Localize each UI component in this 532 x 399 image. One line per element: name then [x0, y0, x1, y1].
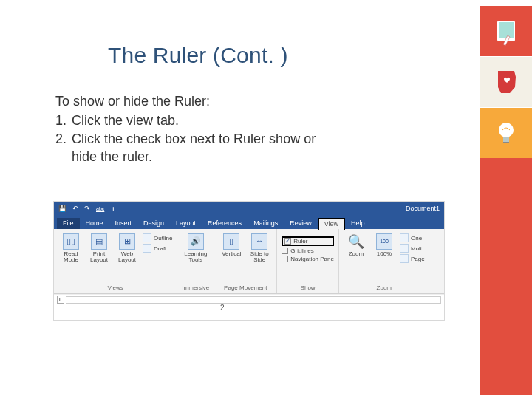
tablet-touch-icon [491, 16, 521, 46]
read-mode-button[interactable]: ▯▯Read Mode [58, 232, 83, 265]
step-2-text-a: Click the check box next to Ruler show o… [72, 132, 316, 146]
multi-page-icon [400, 244, 409, 253]
group-immersive-label: Immersive [182, 284, 209, 293]
step-1-text: Click the view tab. [72, 113, 179, 128]
svg-rect-4 [503, 137, 509, 142]
step-2: 2.Click the check box next to Ruler show… [55, 130, 440, 148]
tab-insert[interactable]: Insert [109, 218, 138, 229]
red-sidebar-strip [480, 158, 532, 395]
one-page-icon [400, 233, 409, 242]
spellcheck-icon[interactable]: abc [96, 206, 104, 211]
document-name: Document1 [406, 205, 440, 212]
gridlines-label: Gridlines [290, 248, 314, 254]
lightbulb-icon [491, 117, 522, 149]
zoom-icon: 🔍 [348, 233, 364, 250]
web-layout-button[interactable]: ⊞Web Layout [115, 232, 140, 265]
hundred-percent-label: 100% [377, 251, 392, 257]
navigation-pane-checkbox-row[interactable]: Navigation Pane [282, 256, 334, 262]
ribbon-body: ▯▯Read Mode ▤Print Layout ⊞Web Layout Ou… [54, 229, 444, 294]
step-2-cont: hide the ruler. [55, 148, 440, 166]
undo-icon[interactable]: ↶ [72, 205, 78, 212]
page-width-label: Page [411, 256, 425, 262]
draft-button[interactable]: Draft [143, 244, 172, 253]
tab-view[interactable]: View [318, 218, 345, 230]
draft-label: Draft [154, 245, 166, 252]
ruler-label: Ruler [293, 238, 307, 245]
group-views: ▯▯Read Mode ▤Print Layout ⊞Web Layout Ou… [54, 229, 177, 293]
tab-selector[interactable]: L [57, 296, 64, 304]
ohio-heart-icon [491, 66, 522, 98]
outline-button[interactable]: Outline [143, 233, 172, 242]
slide-title: The Ruler (Cont. ) [108, 43, 288, 68]
ruler-checkbox[interactable] [284, 238, 291, 245]
group-show: Ruler Gridlines Navigation Pane Show [277, 229, 339, 293]
sidebar [480, 6, 532, 158]
zoom-button[interactable]: 🔍Zoom [344, 232, 369, 259]
learning-tools-icon: 🔊 [188, 233, 204, 250]
vertical-label: Vertical [222, 251, 241, 257]
tab-references[interactable]: References [202, 218, 248, 229]
learning-tools-label: Learning Tools [184, 251, 207, 264]
draft-icon [143, 244, 151, 253]
vertical-icon: ▯ [223, 233, 239, 250]
print-layout-button[interactable]: ▤Print Layout [86, 232, 112, 265]
tab-review[interactable]: Review [284, 218, 318, 229]
sidebar-icon-3 [480, 108, 532, 158]
navigation-pane-label: Navigation Pane [290, 256, 334, 262]
svg-point-3 [499, 123, 514, 137]
redo-icon[interactable]: ↷ [84, 205, 90, 212]
ruler-bar: L 2 [54, 294, 444, 319]
outline-icon [143, 233, 151, 242]
group-views-label: Views [108, 284, 123, 293]
word-titlebar: 💾 ↶ ↷ abc ⏸ Document1 [54, 202, 444, 215]
print-layout-label: Print Layout [89, 251, 109, 264]
vertical-button[interactable]: ▯Vertical [219, 232, 244, 259]
gridlines-checkbox-row[interactable]: Gridlines [282, 248, 334, 254]
save-icon[interactable]: 💾 [58, 205, 66, 212]
one-page-label: One [411, 235, 422, 242]
svg-rect-1 [499, 22, 514, 38]
page-width-icon [400, 254, 409, 263]
one-page-button[interactable]: One [400, 233, 425, 242]
group-show-label: Show [301, 284, 316, 293]
lead-line: To show or hide the Ruler: [55, 92, 440, 110]
sidebar-icon-1 [480, 6, 532, 56]
multi-page-button[interactable]: Mult [400, 244, 425, 253]
ruler-checkbox-row[interactable]: Ruler [282, 236, 334, 246]
read-mode-icon: ▯▯ [63, 233, 79, 250]
tab-home[interactable]: Home [80, 218, 109, 229]
hundred-icon: 100 [376, 233, 392, 250]
hundred-percent-button[interactable]: 100100% [372, 232, 397, 259]
side-to-side-button[interactable]: ↔Side to Side [247, 232, 272, 265]
word-ribbon-screenshot: 💾 ↶ ↷ abc ⏸ Document1 File Home Insert D… [53, 201, 445, 321]
tab-layout[interactable]: Layout [170, 218, 202, 229]
outline-label: Outline [154, 235, 172, 242]
gridlines-checkbox[interactable] [282, 248, 288, 254]
web-layout-icon: ⊞ [119, 233, 135, 250]
multi-page-label: Mult [411, 245, 422, 252]
web-layout-label: Web Layout [117, 251, 137, 264]
tab-mailings[interactable]: Mailings [248, 218, 284, 229]
body-text: To show or hide the Ruler: 1.Click the v… [55, 92, 440, 166]
ruler-marker: 2 [220, 304, 225, 312]
side-to-side-label: Side to Side [249, 251, 270, 264]
side-to-side-icon: ↔ [251, 233, 267, 250]
quick-access-toolbar: 💾 ↶ ↷ abc ⏸ [58, 205, 115, 212]
print-layout-icon: ▤ [91, 233, 107, 250]
group-zoom: 🔍Zoom 100100% One Mult Page Zoom [339, 229, 429, 293]
pause-icon[interactable]: ⏸ [110, 206, 115, 211]
horizontal-ruler[interactable] [66, 296, 441, 304]
read-mode-label: Read Mode [61, 251, 81, 264]
navigation-pane-checkbox[interactable] [282, 256, 288, 262]
tab-help[interactable]: Help [345, 218, 371, 229]
svg-rect-5 [503, 142, 509, 143]
page-width-button[interactable]: Page [400, 254, 425, 263]
zoom-label: Zoom [349, 251, 364, 257]
tab-file[interactable]: File [57, 218, 80, 229]
tab-design[interactable]: Design [137, 218, 170, 229]
group-zoom-label: Zoom [377, 284, 392, 293]
group-immersive: 🔊Learning Tools Immersive [177, 229, 214, 293]
group-page-movement: ▯Vertical ↔Side to Side Page Movement [214, 229, 277, 293]
step-1: 1.Click the view tab. [55, 112, 440, 129]
learning-tools-button[interactable]: 🔊Learning Tools [183, 232, 208, 265]
